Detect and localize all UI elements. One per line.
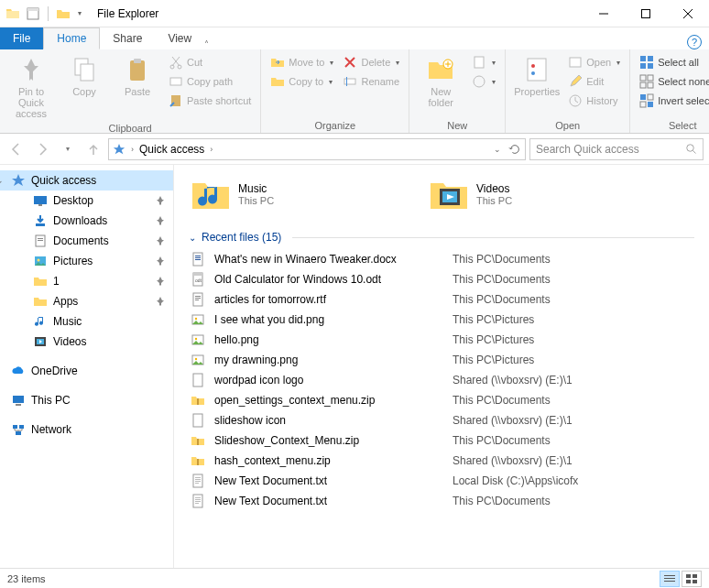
svg-rect-60 bbox=[195, 298, 201, 299]
refresh-icon[interactable] bbox=[508, 143, 521, 156]
address-input[interactable]: › Quick access › ⌄ bbox=[108, 138, 526, 160]
properties-button[interactable]: Properties bbox=[511, 53, 562, 99]
tab-file[interactable]: File bbox=[0, 27, 43, 49]
nav-this-pc[interactable]: ›This PC bbox=[0, 390, 173, 410]
file-icon bbox=[191, 252, 205, 267]
file-row[interactable]: wordpad icon logoShared (\\vboxsrv) (E:)… bbox=[183, 370, 700, 390]
folder-tile-music[interactable]: MusicThis PC bbox=[191, 174, 392, 214]
copy-to-button[interactable]: Copy to▾ bbox=[267, 72, 337, 91]
group-open-label: Open bbox=[511, 118, 624, 131]
history-icon bbox=[568, 93, 583, 108]
file-row[interactable]: New Text Document.txtLocal Disk (C:)\App… bbox=[183, 471, 700, 491]
nav-network[interactable]: ›Network bbox=[0, 419, 173, 440]
new-item-button[interactable]: ▾ bbox=[468, 53, 499, 71]
nav-onedrive[interactable]: ›OneDrive bbox=[0, 361, 173, 381]
nav-pictures[interactable]: Pictures bbox=[0, 251, 173, 271]
svg-rect-36 bbox=[36, 223, 45, 226]
svg-point-41 bbox=[38, 259, 40, 262]
tab-view[interactable]: View bbox=[155, 27, 204, 49]
pin-quick-access-button[interactable]: Pin to Quick access bbox=[5, 53, 57, 121]
nav-desktop[interactable]: Desktop bbox=[0, 191, 173, 211]
recent-files-list: What's new in Winaero Tweaker.docxThis P… bbox=[183, 249, 700, 511]
rename-button[interactable]: Rename bbox=[339, 72, 403, 91]
paste-shortcut-button[interactable]: Paste shortcut bbox=[165, 92, 255, 110]
qat-newfolder-icon[interactable] bbox=[56, 6, 71, 21]
new-folder-button[interactable]: New folder bbox=[415, 53, 466, 110]
breadcrumb-root[interactable]: Quick access bbox=[139, 143, 204, 156]
view-thumbnails-button[interactable] bbox=[682, 571, 702, 587]
move-to-button[interactable]: Move to▾ bbox=[267, 53, 337, 71]
cut-button[interactable]: Cut bbox=[165, 53, 255, 71]
file-location: This PC\Documents bbox=[453, 495, 551, 507]
svg-rect-27 bbox=[640, 82, 646, 88]
delete-button[interactable]: Delete▾ bbox=[339, 53, 403, 71]
window-title: File Explorer bbox=[97, 7, 158, 20]
file-row[interactable]: What's new in Winaero Tweaker.docxThis P… bbox=[183, 249, 700, 269]
maximize-button[interactable] bbox=[625, 0, 667, 27]
file-row[interactable]: hello.pngThis PC\Pictures bbox=[183, 330, 700, 350]
nav-quick-access[interactable]: ⌄Quick access bbox=[0, 170, 173, 191]
tab-home[interactable]: Home bbox=[43, 27, 100, 49]
edit-button[interactable]: Edit bbox=[564, 72, 624, 91]
nav-documents[interactable]: Documents bbox=[0, 231, 173, 251]
new-item-icon bbox=[472, 55, 486, 70]
nav-up-button[interactable] bbox=[82, 138, 104, 160]
file-icon bbox=[191, 453, 205, 468]
open-button[interactable]: Open▾ bbox=[564, 53, 624, 71]
file-row[interactable]: slideshow iconShared (\\vboxsrv) (E:)\1 bbox=[183, 410, 700, 430]
onedrive-icon bbox=[11, 364, 26, 378]
nav-music[interactable]: Music bbox=[0, 311, 173, 332]
nav-videos[interactable]: Videos bbox=[0, 332, 173, 352]
titlebar: ▾ File Explorer bbox=[0, 0, 709, 27]
folder-tile-videos[interactable]: VideosThis PC bbox=[429, 174, 630, 214]
nav-back-button[interactable] bbox=[5, 138, 27, 160]
ribbon-collapse-icon[interactable]: ˄ bbox=[204, 39, 209, 49]
select-all-button[interactable]: Select all bbox=[636, 53, 709, 71]
file-row[interactable]: my drawning.pngThis PC\Pictures bbox=[183, 350, 700, 370]
chevron-right-icon[interactable]: › bbox=[208, 145, 214, 154]
qat-properties-icon[interactable] bbox=[26, 6, 40, 21]
file-name: Slideshow_Context_Menu.zip bbox=[214, 434, 453, 447]
this-pc-icon bbox=[11, 393, 26, 408]
navigation-pane: ⌄Quick access Desktop Downloads Document… bbox=[0, 165, 174, 568]
address-dropdown-icon[interactable]: ⌄ bbox=[492, 145, 503, 154]
minimize-button[interactable] bbox=[583, 0, 625, 27]
qat-dropdown-icon[interactable]: ▾ bbox=[78, 9, 82, 17]
nav-downloads[interactable]: Downloads bbox=[0, 211, 173, 231]
file-row[interactable]: open_settings_context_menu.zipThis PC\Do… bbox=[183, 390, 700, 410]
edit-icon bbox=[568, 74, 583, 89]
invert-selection-button[interactable]: Invert selection bbox=[636, 92, 709, 110]
recent-files-header[interactable]: ⌄ Recent files (15) bbox=[183, 218, 700, 249]
svg-rect-25 bbox=[640, 75, 646, 81]
new-folder-icon bbox=[426, 55, 455, 84]
svg-rect-30 bbox=[648, 94, 653, 100]
cut-icon bbox=[169, 55, 183, 70]
copy-path-button[interactable]: Copy path bbox=[165, 72, 255, 91]
copy-to-icon bbox=[270, 74, 285, 89]
file-row[interactable]: articles for tomorrow.rtfThis PC\Documen… bbox=[183, 289, 700, 310]
pin-icon bbox=[155, 256, 166, 267]
file-row[interactable]: New Text Document.txtThis PC\Documents bbox=[183, 491, 700, 511]
file-row[interactable]: odtOld Calculator for Windows 10.odtThis… bbox=[183, 269, 700, 289]
paste-button[interactable]: Paste bbox=[112, 53, 163, 99]
file-row[interactable]: I see what you did.pngThis PC\Pictures bbox=[183, 310, 700, 330]
search-input[interactable]: Search Quick access bbox=[529, 138, 704, 160]
file-row[interactable]: hash_context_menu.zipShared (\\vboxsrv) … bbox=[183, 451, 700, 471]
file-row[interactable]: Slideshow_Context_Menu.zipThis PC\Docume… bbox=[183, 430, 700, 451]
nav-folder-1[interactable]: 1 bbox=[0, 271, 173, 291]
history-button[interactable]: History bbox=[564, 92, 624, 110]
select-none-button[interactable]: Select none bbox=[636, 72, 709, 91]
nav-forward-button[interactable] bbox=[31, 138, 53, 160]
easy-access-button[interactable]: ▾ bbox=[468, 72, 499, 91]
chevron-right-icon[interactable]: › bbox=[129, 145, 136, 154]
nav-recent-dropdown[interactable]: ▾ bbox=[57, 138, 79, 160]
svg-rect-71 bbox=[197, 439, 199, 445]
videos-folder-icon bbox=[429, 174, 469, 214]
tab-share[interactable]: Share bbox=[100, 27, 155, 49]
view-details-button[interactable] bbox=[660, 571, 680, 587]
close-button[interactable] bbox=[667, 0, 709, 27]
copy-button[interactable]: Copy bbox=[59, 53, 110, 99]
help-icon[interactable]: ? bbox=[687, 35, 702, 49]
nav-folder-apps[interactable]: Apps bbox=[0, 291, 173, 311]
svg-rect-9 bbox=[170, 78, 181, 85]
